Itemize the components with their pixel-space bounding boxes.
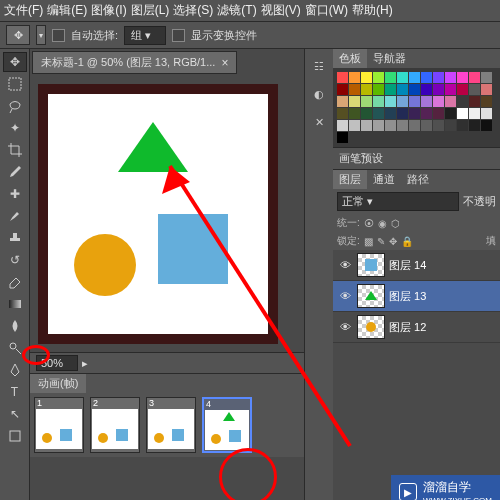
eyedropper-tool[interactable] (3, 162, 27, 182)
swatch[interactable] (337, 96, 348, 107)
swatch[interactable] (385, 108, 396, 119)
swatch[interactable] (421, 84, 432, 95)
swatch[interactable] (469, 84, 480, 95)
swatch[interactable] (337, 120, 348, 131)
menu-edit[interactable]: 编辑(E) (47, 2, 87, 19)
swatch[interactable] (409, 108, 420, 119)
blur-tool[interactable] (3, 316, 27, 336)
swatch[interactable] (373, 84, 384, 95)
dodge-tool[interactable] (3, 338, 27, 358)
zoom-field[interactable]: 50% (36, 355, 78, 371)
swatch[interactable] (445, 108, 456, 119)
swatch[interactable] (469, 72, 480, 83)
brush-preset-tab[interactable]: 画笔预设 (333, 147, 500, 169)
swatch[interactable] (481, 84, 492, 95)
swatch[interactable] (445, 72, 456, 83)
swatch[interactable] (337, 72, 348, 83)
swatch[interactable] (445, 120, 456, 131)
swatch[interactable] (481, 120, 492, 131)
swatch[interactable] (349, 96, 360, 107)
swatch[interactable] (361, 72, 372, 83)
animation-tab[interactable]: 动画(帧) (30, 374, 86, 393)
swatch[interactable] (421, 120, 432, 131)
shape-tool[interactable] (3, 426, 27, 446)
unify-visibility-icon[interactable]: ◉ (378, 218, 387, 229)
menu-image[interactable]: 图像(I) (91, 2, 126, 19)
layers-tab[interactable]: 图层 (333, 170, 367, 189)
swatch[interactable] (349, 84, 360, 95)
layer-row[interactable]: 👁图层 12 (333, 312, 500, 343)
swatch[interactable] (385, 120, 396, 131)
swatch[interactable] (385, 72, 396, 83)
path-select-tool[interactable]: ↖ (3, 404, 27, 424)
swatch[interactable] (457, 84, 468, 95)
swatch[interactable] (433, 96, 444, 107)
eraser-tool[interactable] (3, 272, 27, 292)
swatch[interactable] (457, 72, 468, 83)
swatch[interactable] (361, 120, 372, 131)
swatch[interactable] (469, 96, 480, 107)
menu-file[interactable]: 文件(F) (4, 2, 43, 19)
auto-select-mode[interactable]: 组 ▾ (124, 26, 166, 45)
swatch[interactable] (457, 96, 468, 107)
adjust-icon[interactable]: ◐ (308, 83, 330, 105)
swatch[interactable] (469, 108, 480, 119)
frame-1[interactable]: 1 (34, 397, 84, 453)
lasso-tool[interactable] (3, 96, 27, 116)
swatch[interactable] (433, 120, 444, 131)
swatch[interactable] (385, 96, 396, 107)
swatch[interactable] (481, 108, 492, 119)
swatch[interactable] (433, 84, 444, 95)
swatch[interactable] (397, 84, 408, 95)
swatch[interactable] (481, 72, 492, 83)
swatch[interactable] (385, 84, 396, 95)
swatch[interactable] (397, 72, 408, 83)
move-tool[interactable]: ✥ (3, 52, 27, 72)
swatch[interactable] (373, 72, 384, 83)
swatch[interactable] (409, 96, 420, 107)
swatch[interactable] (361, 96, 372, 107)
swatch[interactable] (337, 84, 348, 95)
swatch[interactable] (445, 96, 456, 107)
styles-icon[interactable]: ✕ (308, 111, 330, 133)
visibility-eye-icon[interactable]: 👁 (337, 257, 353, 273)
lock-transparent-icon[interactable]: ▩ (364, 236, 373, 247)
lock-all-icon[interactable]: 🔒 (401, 236, 413, 247)
channels-tab[interactable]: 通道 (367, 170, 401, 189)
swatch[interactable] (421, 72, 432, 83)
swatch[interactable] (469, 120, 480, 131)
swatch[interactable] (433, 108, 444, 119)
swatch[interactable] (337, 132, 348, 143)
swatch[interactable] (349, 120, 360, 131)
unify-position-icon[interactable]: ⦿ (364, 218, 374, 229)
menu-layer[interactable]: 图层(L) (131, 2, 170, 19)
pen-tool[interactable] (3, 360, 27, 380)
menu-filter[interactable]: 滤镜(T) (217, 2, 256, 19)
swatch[interactable] (457, 120, 468, 131)
lock-position-icon[interactable]: ✥ (389, 236, 397, 247)
swatch[interactable] (445, 84, 456, 95)
stamp-tool[interactable] (3, 228, 27, 248)
swatch[interactable] (397, 96, 408, 107)
swatch[interactable] (421, 108, 432, 119)
history-icon[interactable]: ☷ (308, 55, 330, 77)
swatch[interactable] (373, 96, 384, 107)
layer-row[interactable]: 👁图层 13 (333, 281, 500, 312)
swatches-grid[interactable] (333, 68, 500, 147)
swatch[interactable] (337, 108, 348, 119)
menu-select[interactable]: 选择(S) (173, 2, 213, 19)
visibility-eye-icon[interactable]: 👁 (337, 288, 353, 304)
swatch[interactable] (397, 108, 408, 119)
close-tab-icon[interactable]: × (221, 56, 228, 70)
swatch[interactable] (373, 120, 384, 131)
brush-tool[interactable] (3, 206, 27, 226)
swatch[interactable] (433, 72, 444, 83)
swatch[interactable] (409, 120, 420, 131)
show-transform-checkbox[interactable] (172, 29, 185, 42)
swatch[interactable] (457, 108, 468, 119)
swatch[interactable] (409, 72, 420, 83)
swatch[interactable] (349, 72, 360, 83)
swatch[interactable] (361, 108, 372, 119)
frame-4[interactable]: 4 (202, 397, 252, 453)
swatch[interactable] (481, 96, 492, 107)
